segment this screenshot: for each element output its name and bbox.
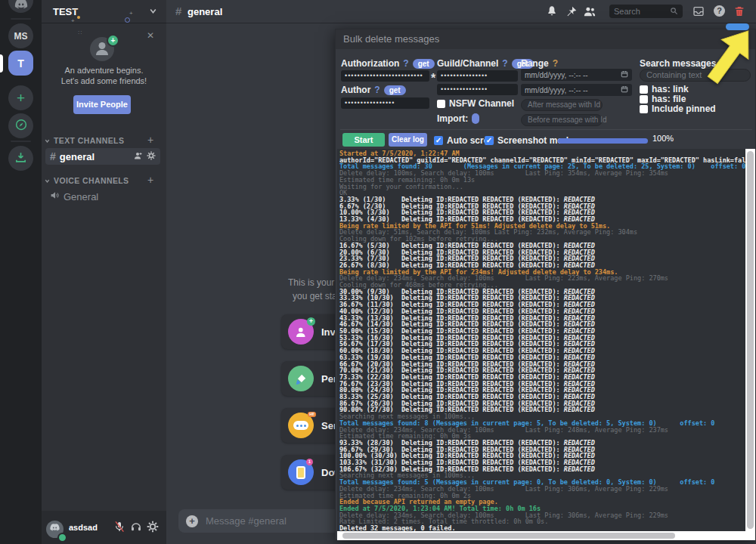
pinned-messages-icon[interactable] — [565, 5, 578, 20]
help-link[interactable]: ? — [553, 58, 558, 69]
download-icon — [14, 151, 27, 166]
personalize-brush-icon — [288, 366, 314, 391]
date-after-input[interactable]: mm/dd/yyyy, --:-- -- — [521, 69, 632, 81]
get-authorization-button[interactable]: get — [413, 59, 435, 69]
autoscroll-checkbox[interactable]: ✓ — [434, 136, 443, 145]
has-link-row[interactable]: has: link — [640, 84, 689, 94]
nsfw-checkbox[interactable] — [437, 100, 445, 108]
chevron-down-icon — [44, 138, 51, 144]
import-file-button[interactable] — [472, 113, 479, 124]
has-file-row[interactable]: has: file — [640, 94, 686, 104]
hash-icon: # — [50, 150, 56, 162]
invite-banner-line2: Let's add some friends! — [42, 76, 166, 86]
help-link[interactable]: ? — [403, 58, 408, 69]
log[interactable]: Started at 7/5/2020, 1:22:47 AMauthorId=… — [337, 149, 745, 531]
log-line: Deleted 32 messages, 0 failed. — [339, 525, 745, 531]
blue-highlight-pill — [726, 23, 749, 30]
headphones-deafen-icon[interactable] — [130, 521, 142, 536]
rail-divider — [11, 18, 31, 20]
opacity-slider[interactable] — [558, 138, 648, 144]
has-file-checkbox[interactable] — [640, 95, 648, 104]
attach-plus-icon[interactable]: + — [186, 515, 198, 527]
inbox-icon[interactable] — [692, 5, 705, 20]
explore-servers-button[interactable] — [8, 113, 33, 138]
progress-percent: 100% — [652, 134, 674, 143]
log-line: Waiting for your confirmation... — [339, 184, 745, 190]
hi-badge: HI! — [308, 412, 316, 417]
calendar-icon[interactable] — [621, 70, 628, 79]
scrollbar-thumb[interactable] — [747, 151, 754, 529]
sparkle: :: — [78, 29, 82, 36]
home-server-button[interactable] — [8, 0, 33, 13]
panel-title: Bulk delete messages — [336, 29, 755, 49]
authorization-input[interactable]: ••••••••••••••••••••••••• — [341, 70, 429, 82]
scrollbar-thumb[interactable] — [342, 533, 675, 539]
user-settings-gear-icon[interactable] — [147, 521, 159, 536]
include-pinned-row[interactable]: Include pinned — [640, 104, 716, 114]
invite-friends-icon: + — [288, 319, 314, 345]
get-author-button[interactable]: get — [384, 85, 406, 95]
range-label: Range? — [521, 58, 558, 69]
invite-people-button[interactable]: Invite People — [73, 95, 131, 114]
sparkle — [125, 17, 130, 23]
add-text-channel-icon[interactable]: + — [147, 134, 153, 146]
channel-settings-gear-icon[interactable] — [147, 150, 156, 163]
author-label: Author? get — [341, 85, 406, 95]
mic-muted-icon[interactable] — [113, 521, 125, 536]
member-list-icon[interactable] — [583, 5, 596, 21]
calendar-icon[interactable] — [621, 85, 628, 94]
channel-sidebar: TEST ✕ + + + :: An adventure begins. Let… — [42, 0, 166, 544]
include-pinned-checkbox[interactable] — [640, 105, 648, 113]
sparkle — [77, 16, 80, 19]
hash-icon: # — [175, 5, 181, 17]
date-before-input[interactable]: mm/dd/yyyy, --:-- -- — [521, 84, 632, 96]
add-server-button[interactable]: + — [8, 85, 33, 110]
server-button-test[interactable]: T — [8, 51, 33, 76]
guild-input[interactable]: ••••••••••••••• — [437, 70, 518, 82]
server-header[interactable]: TEST — [42, 0, 166, 23]
close-icon[interactable]: ✕ — [147, 30, 154, 41]
speaker-icon — [50, 190, 60, 203]
search-input[interactable]: Search — [614, 7, 670, 16]
server-button-ms[interactable]: MS — [8, 23, 33, 48]
sparkle: + — [129, 10, 133, 17]
help-link[interactable]: ? — [502, 58, 507, 69]
message-input[interactable]: Message #general — [206, 515, 287, 527]
plus-icon: + — [17, 90, 25, 107]
invite-banner-line1: An adventure begins. — [42, 65, 166, 76]
channel-row-general[interactable]: # general — [45, 148, 160, 165]
notifications-bell-icon[interactable] — [546, 5, 558, 20]
download-app-phone-icon: 1 — [288, 459, 314, 485]
author-input[interactable]: •••••••••••••••• — [341, 97, 429, 109]
channel-input[interactable]: ••••••••••••••• — [437, 84, 518, 95]
channel-topbar: # general Search ? — [166, 0, 756, 23]
add-voice-channel-icon[interactable]: + — [147, 174, 153, 186]
has-link-checkbox[interactable] — [640, 85, 648, 94]
send-message-chat-icon: HI! — [288, 413, 314, 438]
voice-channel-general[interactable]: General — [45, 188, 160, 205]
log-horizontal-scrollbar[interactable] — [337, 531, 745, 540]
start-button[interactable]: Start — [342, 133, 385, 147]
invite-to-channel-icon[interactable] — [134, 150, 143, 163]
chevron-down-icon — [149, 6, 157, 17]
after-message-id-input[interactable]: After message with Id — [521, 99, 603, 111]
channel-title: general — [187, 6, 222, 17]
text-channels-header[interactable]: TEXT CHANNELS — [44, 136, 124, 145]
undiscord-trash-icon[interactable] — [733, 5, 745, 20]
download-apps-button[interactable] — [8, 146, 33, 171]
nsfw-checkbox-row[interactable]: NSFW Channel — [437, 98, 514, 109]
username: asdsad — [69, 523, 98, 532]
discord-app: MS T + TEST ✕ + + + :: An a — [0, 0, 756, 544]
voice-channels-header[interactable]: VOICE CHANNELS — [44, 176, 129, 185]
import-label: Import: — [437, 113, 468, 124]
bulk-delete-panel: Bulk delete messages Authorization? get … — [335, 29, 756, 540]
before-message-id-input[interactable]: Before message with Id — [521, 114, 603, 126]
screenshot-checkbox[interactable]: ✓ — [485, 136, 494, 145]
help-link[interactable]: ? — [374, 85, 380, 95]
clear-log-button[interactable]: Clear log — [389, 133, 427, 147]
required-star: * — [431, 72, 435, 85]
log-vertical-scrollbar[interactable] — [745, 149, 755, 540]
compass-icon — [14, 118, 28, 134]
search-box[interactable]: Search — [609, 5, 683, 18]
help-icon[interactable]: ? — [714, 5, 725, 17]
